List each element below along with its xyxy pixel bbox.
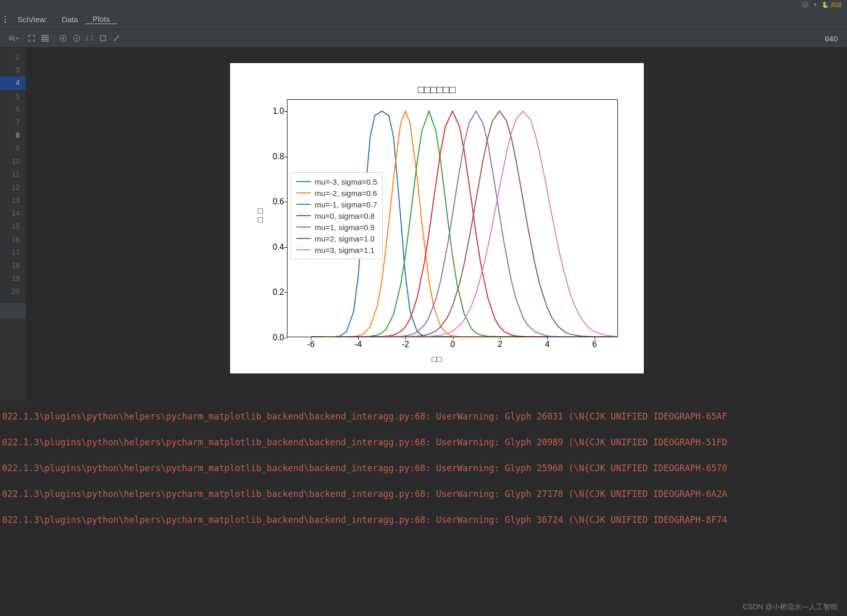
xtick-label: -2 <box>402 340 409 349</box>
line-number[interactable]: 9 <box>0 142 26 155</box>
legend-swatch <box>296 215 311 216</box>
chart-axes: mu=-3, sigma=0.5mu=-2, sigma=0.6mu=-1, s… <box>287 99 618 337</box>
avatar-caret-icon[interactable]: ▼ <box>813 2 818 7</box>
python-mode-label[interactable]: 🐍 高级 <box>822 1 842 9</box>
more-icon[interactable]: ⋮ <box>0 14 10 24</box>
color-picker-icon[interactable] <box>110 32 123 45</box>
plot-area: □□□□□□ □□ mu=-3, sigma=0.5mu=-2, sigma=0… <box>26 48 847 400</box>
legend-swatch <box>296 227 311 228</box>
ytick-label: 0.6 <box>264 197 284 206</box>
xtick-label: -4 <box>355 340 362 349</box>
legend-swatch <box>296 181 311 182</box>
legend-row: mu=-3, sigma=0.5 <box>296 176 377 187</box>
zoom-in-icon[interactable] <box>56 32 70 45</box>
legend-row: mu=-1, sigma=0.7 <box>296 199 377 210</box>
zoom-1to1[interactable]: 1:1 <box>83 35 96 42</box>
legend-row: mu=1, sigma=0.9 <box>296 221 377 233</box>
line-number[interactable]: 3 <box>0 64 26 77</box>
ytick-label: 0.8 <box>264 152 284 161</box>
legend-swatch <box>296 204 311 205</box>
legend-row: mu=2, sigma=1.0 <box>296 233 377 244</box>
legend-label: mu=-3, sigma=0.5 <box>315 177 377 186</box>
legend-label: mu=3, sigma=1.1 <box>315 246 375 254</box>
xtick-label: 2 <box>497 340 502 349</box>
xtick-label: 4 <box>545 340 550 349</box>
line-number[interactable]: 16 <box>0 233 26 246</box>
chart-title: □□□□□□ <box>230 84 644 96</box>
tab-plots[interactable]: Plots <box>85 14 117 24</box>
reset-icon[interactable] <box>96 32 110 45</box>
series-line <box>358 111 593 337</box>
separator <box>54 34 54 43</box>
line-number[interactable]: 13 <box>0 194 26 207</box>
zoom-out-icon[interactable] <box>70 32 83 45</box>
line-number[interactable]: 8 <box>0 129 26 142</box>
legend-label: mu=2, sigma=1.0 <box>315 234 375 243</box>
legend-swatch <box>296 238 311 239</box>
line-number[interactable]: 12 <box>0 181 26 194</box>
plot-toolbar: 码▾ 1:1 640 <box>0 29 847 48</box>
console-panel: 022.1.3\plugins\python\helpers\pycharm_m… <box>0 400 847 616</box>
line-number[interactable]: 2 <box>0 51 26 64</box>
legend-label: mu=0, sigma=0.8 <box>315 212 375 220</box>
line-number[interactable]: 6 <box>0 103 26 116</box>
tab-data[interactable]: Data <box>54 15 85 24</box>
ytick-label: 1.0 <box>264 107 284 116</box>
svg-rect-2 <box>100 36 105 41</box>
legend-row: mu=0, sigma=0.8 <box>296 210 377 221</box>
line-number[interactable]: 19 <box>0 272 26 285</box>
series-line <box>370 111 617 337</box>
titlebar: ▼ 🐍 高级 <box>0 0 847 9</box>
xtick-label: -6 <box>307 340 314 349</box>
ytick-label: 0.0 <box>264 333 284 342</box>
legend-label: mu=-1, sigma=0.7 <box>315 200 377 209</box>
console-line: 022.1.3\plugins\python\helpers\pycharm_m… <box>2 411 847 422</box>
series-line <box>382 111 617 337</box>
status-right: 640 <box>825 34 847 43</box>
chart-ylabel: □□ <box>256 207 265 224</box>
line-number[interactable]: 15 <box>0 220 26 233</box>
line-number[interactable]: 4 <box>0 77 26 89</box>
legend-label: mu=1, sigma=0.9 <box>315 223 375 232</box>
ytick-label: 0.2 <box>264 288 284 297</box>
legend-label: mu=-2, sigma=0.6 <box>315 189 377 198</box>
sciview-menubar: ⋮ SciView: Data Plots <box>0 9 847 29</box>
chart-xlabel: □□ <box>230 355 644 364</box>
grid-icon[interactable] <box>38 32 52 45</box>
console-line: 022.1.3\plugins\python\helpers\pycharm_m… <box>2 514 847 525</box>
chart-legend: mu=-3, sigma=0.5mu=-2, sigma=0.6mu=-1, s… <box>291 172 383 259</box>
watermark: CSDN @小桥流水---人工智能 <box>743 603 838 612</box>
line-number[interactable]: 17 <box>0 246 26 259</box>
xtick-label: 0 <box>450 340 455 349</box>
legend-row: mu=3, sigma=1.1 <box>296 244 377 256</box>
line-number[interactable]: 7 <box>0 116 26 129</box>
line-number[interactable]: 20 <box>0 285 26 298</box>
breadcrumb-left: 码▾ <box>2 34 25 43</box>
fit-zoom-icon[interactable] <box>25 32 38 45</box>
line-number[interactable]: 10 <box>0 155 26 168</box>
line-number[interactable]: 5 <box>0 90 26 103</box>
console-line: 022.1.3\plugins\python\helpers\pycharm_m… <box>2 437 847 448</box>
xtick-label: 6 <box>592 340 597 349</box>
console-line: 022.1.3\plugins\python\helpers\pycharm_m… <box>2 462 847 474</box>
editor-gutter: 234567891011121314151617181920 <box>0 48 26 400</box>
sciview-label: SciView: <box>10 15 54 24</box>
legend-swatch <box>296 249 311 250</box>
line-number[interactable]: 18 <box>0 259 26 272</box>
legend-row: mu=-2, sigma=0.6 <box>296 187 377 199</box>
legend-swatch <box>296 192 311 193</box>
line-number[interactable]: 11 <box>0 168 26 181</box>
avatar-icon[interactable] <box>801 1 809 8</box>
console-line: 022.1.3\plugins\python\helpers\pycharm_m… <box>2 488 847 500</box>
ytick-label: 0.4 <box>264 243 284 252</box>
plot-figure: □□□□□□ □□ mu=-3, sigma=0.5mu=-2, sigma=0… <box>230 63 644 373</box>
line-number[interactable]: 14 <box>0 207 26 220</box>
